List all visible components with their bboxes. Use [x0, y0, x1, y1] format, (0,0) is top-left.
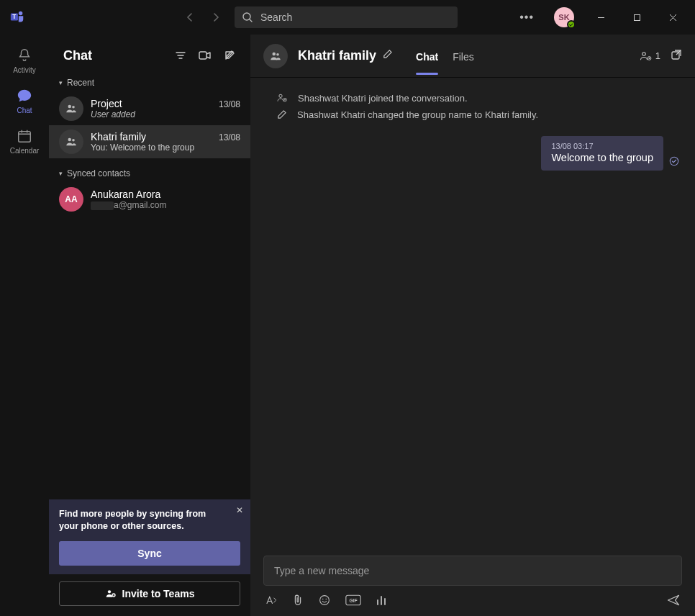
nav-back-button[interactable] [183, 10, 197, 24]
window-minimize-button[interactable] [584, 0, 617, 35]
people-add-icon [640, 50, 653, 62]
rail-item-activity[interactable]: Activity [0, 40, 49, 81]
svg-point-21 [320, 596, 330, 605]
chat-name: Khatri family [91, 131, 146, 142]
group-avatar-icon [263, 44, 288, 68]
gif-button[interactable]: GIF [345, 594, 361, 606]
rail-item-calendar[interactable]: Calendar [0, 121, 49, 161]
svg-point-2 [19, 12, 23, 16]
person-add-icon [105, 588, 117, 599]
svg-rect-5 [19, 131, 31, 142]
rail-label: Chat [17, 107, 32, 114]
sync-card-text: Find more people by syncing from your ph… [59, 508, 240, 533]
message-seen-icon [669, 156, 679, 169]
section-label: Synced contacts [67, 168, 130, 178]
svg-point-15 [642, 52, 646, 55]
window-close-button[interactable] [656, 0, 689, 35]
bell-icon [17, 47, 32, 63]
calendar-icon [17, 128, 32, 144]
system-event-text: Shashwat Khatri changed the group name t… [297, 109, 538, 120]
svg-point-9 [68, 138, 72, 142]
tab-chat[interactable]: Chat [416, 38, 438, 74]
svg-point-10 [72, 139, 75, 142]
svg-point-18 [279, 94, 282, 97]
chat-date: 13/08 [219, 132, 240, 142]
contact-avatar: AA [59, 187, 83, 212]
teams-logo-icon: T [9, 9, 26, 26]
svg-point-20 [670, 157, 678, 165]
filter-button[interactable] [171, 46, 190, 65]
conversation-header: Khatri family Chat Files 1 [250, 35, 695, 78]
svg-text:T: T [12, 14, 16, 20]
search-placeholder: Search [260, 12, 292, 23]
contact-email: a@gmail.com [91, 200, 240, 210]
chat-preview: You: Welcome to the group [91, 142, 240, 153]
system-event-text: Shashwat Khatri joined the conversation. [298, 93, 468, 104]
svg-point-14 [276, 53, 279, 55]
system-event: Shashwat Khatri joined the conversation. [263, 89, 682, 107]
invite-to-teams-button[interactable]: Invite to Teams [59, 581, 240, 606]
group-avatar-icon [59, 130, 83, 154]
caret-down-icon: ▾ [59, 170, 63, 177]
popout-button[interactable] [671, 49, 682, 63]
conversation-title: Khatri family [298, 48, 376, 63]
composer-placeholder: Type a new message [274, 565, 369, 576]
invite-label: Invite to Teams [122, 588, 195, 599]
close-icon[interactable]: ✕ [236, 505, 243, 515]
svg-point-7 [68, 105, 72, 109]
more-options-button[interactable]: ••• [509, 5, 544, 30]
pencil-icon [276, 109, 287, 120]
caret-down-icon: ▾ [59, 79, 63, 86]
window-maximize-button[interactable] [620, 0, 653, 35]
rail-label: Calendar [10, 147, 40, 155]
attach-button[interactable] [292, 594, 304, 607]
chat-list-item[interactable]: Khatri family 13/08 You: Welcome to the … [49, 125, 250, 158]
svg-point-13 [273, 52, 276, 55]
svg-point-23 [326, 599, 327, 600]
chat-list-panel: Chat ▾ Recent Project 13/08 [49, 35, 250, 616]
section-recent[interactable]: ▾ Recent [49, 72, 250, 92]
app-rail: Activity Chat Calendar [0, 35, 49, 616]
format-button[interactable] [265, 594, 278, 607]
rail-label: Activity [13, 66, 36, 74]
meet-now-button[interactable] [196, 46, 214, 65]
title-bar: T Search ••• SK [0, 0, 695, 35]
section-label: Recent [67, 78, 94, 88]
message-bubble[interactable]: 13/08 03:17 Welcome to the group [541, 136, 663, 171]
message-timestamp: 13/08 03:17 [551, 142, 653, 150]
avatar-initials: SK [558, 13, 569, 22]
search-icon [242, 12, 253, 23]
svg-rect-4 [634, 14, 640, 20]
chat-date: 13/08 [219, 99, 240, 109]
presence-available-icon [567, 20, 576, 29]
person-join-icon [276, 92, 288, 104]
sync-button[interactable]: Sync [59, 541, 240, 566]
chat-list-item[interactable]: Project 13/08 User added [49, 92, 250, 125]
new-chat-button[interactable] [220, 46, 239, 65]
tab-files[interactable]: Files [453, 38, 474, 74]
nav-forward-button[interactable] [209, 10, 223, 24]
message-list: Shashwat Khatri joined the conversation.… [250, 78, 695, 548]
edit-name-button[interactable] [382, 48, 393, 63]
system-event: Shashwat Khatri changed the group name t… [263, 107, 682, 123]
rail-item-chat[interactable]: Chat [0, 81, 49, 121]
chat-name: Project [91, 98, 122, 109]
send-button[interactable] [666, 593, 681, 607]
search-input[interactable]: Search [235, 6, 458, 28]
svg-point-11 [107, 590, 110, 593]
message-text: Welcome to the group [551, 152, 653, 163]
poll-button[interactable] [376, 594, 387, 606]
svg-point-22 [322, 599, 324, 600]
section-synced-contacts[interactable]: ▾ Synced contacts [49, 163, 250, 183]
svg-point-8 [72, 106, 75, 109]
profile-avatar[interactable]: SK [554, 7, 574, 27]
message-input[interactable]: Type a new message [263, 556, 682, 586]
emoji-button[interactable] [318, 594, 331, 607]
participants-button[interactable]: 1 [640, 50, 660, 62]
chat-preview: User added [91, 109, 240, 119]
group-avatar-icon [59, 96, 83, 121]
conversation-pane: Khatri family Chat Files 1 [250, 35, 695, 616]
outgoing-message: 13/08 03:17 Welcome to the group [263, 136, 682, 171]
contact-name: Anukaran Arora [91, 189, 240, 200]
contact-list-item[interactable]: AA Anukaran Arora a@gmail.com [49, 183, 250, 216]
